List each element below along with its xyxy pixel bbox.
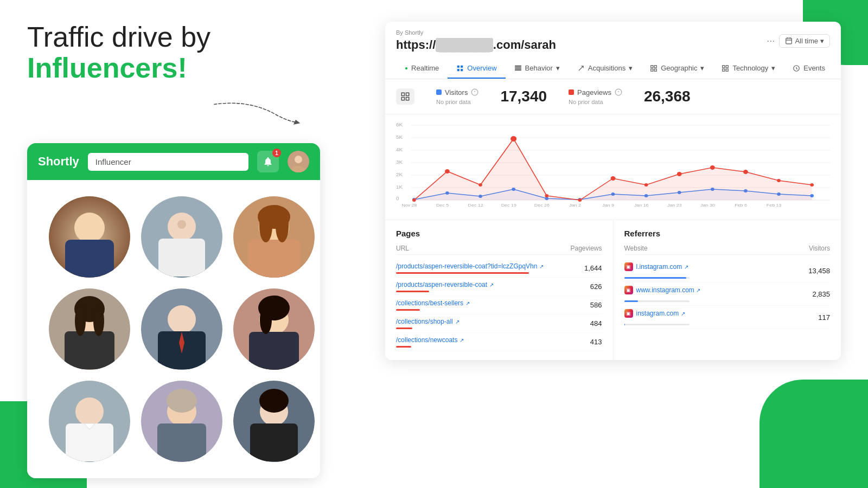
referrer-val-2: 2,835 — [812, 290, 830, 298]
time-selector[interactable]: All time ▾ — [779, 34, 830, 48]
svg-rect-62 — [515, 66, 521, 66]
svg-point-19 — [259, 210, 272, 242]
notifications-button[interactable]: 1 — [257, 151, 279, 172]
referrer-row-1: ▣ l.instagram.com ↗ 13,458 — [624, 259, 831, 282]
pages-row-3: /collections/best-sellers ↗ 586 — [396, 296, 602, 314]
pages-panel-title: Pages — [396, 229, 602, 238]
influencer-avatar-8[interactable] — [141, 381, 222, 462]
svg-text:5K: 5K — [396, 134, 403, 139]
tab-events[interactable]: Events — [784, 59, 834, 79]
search-input[interactable] — [88, 153, 248, 171]
more-options-button[interactable]: ··· — [767, 35, 775, 47]
svg-point-40 — [75, 397, 104, 426]
tab-realtime[interactable]: ● Realtime — [396, 59, 448, 79]
referrer-link-1[interactable]: l.instagram.com ↗ — [636, 263, 688, 271]
influencer-avatar-5[interactable] — [141, 288, 222, 370]
visitors-dot — [436, 89, 442, 95]
pages-val-5: 413 — [590, 338, 602, 346]
time-selector-label: All time — [795, 37, 818, 45]
influencer-avatar-4[interactable] — [49, 288, 130, 370]
svg-rect-69 — [654, 69, 656, 71]
acquisitions-chevron: ▾ — [629, 64, 633, 72]
tab-acquisitions[interactable]: Acquisitions ▾ — [569, 59, 641, 79]
shortly-app-card: Shortly 1 — [27, 143, 320, 478]
pages-col-pageviews: Pageviews — [570, 245, 602, 252]
user-avatar-button[interactable] — [288, 151, 309, 172]
referrer-bar-2 — [624, 300, 638, 302]
svg-rect-77 — [401, 93, 404, 95]
svg-point-119 — [578, 198, 582, 202]
pages-row-2: /products/aspen-reversible-coat ↗ 626 — [396, 278, 602, 296]
visitors-label: Visitors — [445, 88, 468, 97]
notification-badge: 1 — [272, 149, 281, 157]
svg-point-6 — [74, 213, 105, 243]
svg-rect-68 — [651, 69, 653, 71]
influencer-avatar-1[interactable] — [49, 196, 130, 278]
svg-text:2K: 2K — [396, 171, 403, 177]
analytics-source: By Shortly — [396, 29, 556, 36]
influencer-avatar-6[interactable] — [233, 288, 315, 370]
pages-bar-3 — [396, 309, 420, 311]
tab-overview-label: Overview — [467, 64, 496, 72]
pages-row-4: /collections/shop-all ↗ 484 — [396, 314, 602, 333]
svg-text:4K: 4K — [396, 146, 403, 152]
influencer-avatar-9[interactable] — [233, 381, 315, 462]
chart-toggle-button[interactable] — [396, 88, 414, 105]
svg-rect-66 — [651, 65, 653, 67]
tab-behavior[interactable]: Behavior ▾ — [506, 59, 569, 79]
referrer-row-2: ▣ www.instagram.com ↗ 2,835 — [624, 282, 831, 306]
headline-text: Traffic drive by — [27, 21, 210, 53]
tab-geographic[interactable]: Geographic ▾ — [641, 59, 713, 79]
svg-point-124 — [743, 170, 748, 174]
svg-rect-54 — [786, 38, 792, 44]
referrer-val-3: 117 — [818, 313, 830, 322]
geographic-chevron: ▾ — [700, 64, 704, 72]
svg-text:Jan 9: Jan 9 — [602, 202, 614, 207]
svg-rect-79 — [401, 98, 404, 100]
tab-behavior-label: Behavior — [525, 64, 553, 72]
analytics-url-display: By Shortly https://██████.com/sarah — [396, 29, 556, 52]
technology-chevron: ▾ — [771, 64, 775, 72]
pages-bar-2 — [396, 291, 429, 292]
pages-panel: Pages URL Pageviews /products/aspen-reve… — [385, 220, 614, 360]
svg-text:6K: 6K — [396, 121, 403, 127]
svg-point-115 — [445, 169, 450, 174]
tab-technology-label: Technology — [732, 64, 768, 72]
pages-row-5: /collections/newcoats ↗ 413 — [396, 333, 602, 351]
referrer-link-3[interactable]: instagram.com ↗ — [636, 310, 685, 317]
referrers-panel: Referrers Website Visitors ▣ l.instagram… — [614, 220, 841, 360]
svg-rect-67 — [654, 65, 656, 67]
tab-overview[interactable]: Overview — [448, 59, 505, 79]
tab-geographic-label: Geographic — [661, 64, 697, 72]
svg-rect-63 — [515, 67, 521, 68]
svg-point-122 — [677, 172, 682, 176]
tab-acquisitions-label: Acquisitions — [588, 64, 626, 72]
influencer-avatar-2[interactable] — [141, 196, 222, 278]
influencer-avatar-3[interactable] — [233, 196, 315, 278]
instagram-icon-2: ▣ — [624, 286, 633, 294]
svg-rect-60 — [457, 69, 459, 71]
svg-text:Dec 12: Dec 12 — [468, 202, 483, 207]
referrer-link-2[interactable]: www.instagram.com ↗ — [636, 286, 701, 294]
referrer-bar-3 — [624, 324, 625, 325]
svg-point-20 — [276, 210, 289, 242]
svg-rect-71 — [726, 65, 729, 67]
dashed-arrow-svg — [201, 100, 309, 127]
analytics-controls: ··· All time ▾ — [767, 34, 830, 48]
svg-text:Jan 2: Jan 2 — [569, 202, 581, 207]
pages-val-2: 626 — [590, 282, 602, 291]
svg-point-116 — [478, 183, 482, 187]
influencer-avatar-7[interactable] — [49, 381, 130, 462]
svg-point-13 — [177, 220, 186, 229]
svg-point-114 — [412, 198, 416, 202]
pages-col-url: URL — [396, 245, 409, 252]
svg-rect-36 — [249, 332, 299, 370]
visitors-stat: Visitors No prior data — [436, 88, 478, 105]
svg-text:Jan 23: Jan 23 — [667, 202, 682, 207]
shortly-logo: Shortly — [38, 155, 79, 169]
url-row: By Shortly https://██████.com/sarah ··· … — [396, 29, 830, 52]
pageviews-value: 26,368 — [644, 88, 691, 105]
svg-text:0: 0 — [396, 195, 399, 201]
behavior-chevron: ▾ — [556, 64, 560, 72]
tab-technology[interactable]: Technology ▾ — [713, 59, 784, 79]
